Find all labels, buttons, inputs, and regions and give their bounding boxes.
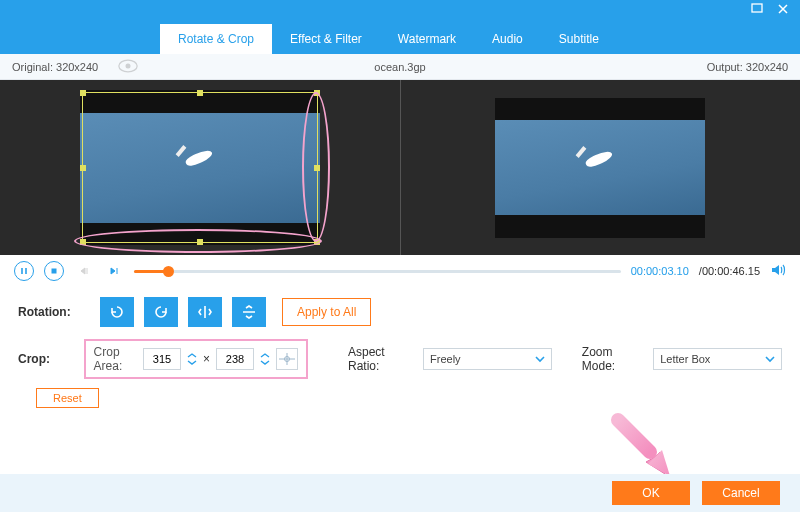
output-preview-pane <box>401 80 801 255</box>
aspect-ratio-select[interactable]: Freely <box>423 348 552 370</box>
crop-width-input[interactable] <box>143 348 181 370</box>
tab-rotate-crop[interactable]: Rotate & Crop <box>160 24 272 54</box>
pause-button[interactable] <box>14 261 34 281</box>
rotate-left-button[interactable] <box>100 297 134 327</box>
crop-area-label: Crop Area: <box>94 345 137 373</box>
rotate-right-button[interactable] <box>144 297 178 327</box>
output-size-label: Output: 320x240 <box>707 61 788 73</box>
minimize-icon[interactable] <box>750 2 764 20</box>
svg-rect-3 <box>52 269 57 274</box>
volume-icon[interactable] <box>770 262 786 280</box>
zoom-mode-label: Zoom Mode: <box>582 345 643 373</box>
cancel-button[interactable]: Cancel <box>702 481 780 505</box>
tab-bar: Rotate & Crop Effect & Filter Watermark … <box>0 22 800 54</box>
rotation-label: Rotation: <box>18 305 90 319</box>
svg-rect-0 <box>752 4 762 12</box>
stop-button[interactable] <box>44 261 64 281</box>
tab-subtitle[interactable]: Subtitle <box>541 24 617 54</box>
tab-watermark[interactable]: Watermark <box>380 24 474 54</box>
height-down-icon[interactable] <box>260 359 270 366</box>
crop-label: Crop: <box>18 352 84 366</box>
height-up-icon[interactable] <box>260 352 270 359</box>
flip-horizontal-button[interactable] <box>188 297 222 327</box>
source-preview-pane[interactable] <box>0 80 401 255</box>
next-frame-button[interactable] <box>104 261 124 281</box>
seek-slider[interactable] <box>134 270 621 273</box>
prev-frame-button[interactable] <box>74 261 94 281</box>
time-total: /00:00:46.15 <box>699 265 760 277</box>
time-current: 00:00:03.10 <box>631 265 689 277</box>
crop-height-input[interactable] <box>216 348 254 370</box>
annotation-arrow <box>610 412 680 482</box>
crop-separator: × <box>203 352 210 366</box>
reset-button[interactable]: Reset <box>36 388 99 408</box>
width-down-icon[interactable] <box>187 359 197 366</box>
svg-point-2 <box>126 63 131 68</box>
width-up-icon[interactable] <box>187 352 197 359</box>
tab-audio[interactable]: Audio <box>474 24 541 54</box>
zoom-mode-select[interactable]: Letter Box <box>653 348 782 370</box>
original-size-label: Original: 320x240 <box>12 61 98 73</box>
close-icon[interactable] <box>776 2 790 20</box>
preview-toggle-icon[interactable] <box>118 59 138 75</box>
ok-button[interactable]: OK <box>612 481 690 505</box>
flip-vertical-button[interactable] <box>232 297 266 327</box>
tab-effect-filter[interactable]: Effect & Filter <box>272 24 380 54</box>
aspect-ratio-label: Aspect Ratio: <box>348 345 413 373</box>
apply-to-all-button[interactable]: Apply to All <box>282 298 371 326</box>
crop-center-button[interactable] <box>276 348 298 370</box>
crop-area-group: Crop Area: × <box>84 339 308 379</box>
